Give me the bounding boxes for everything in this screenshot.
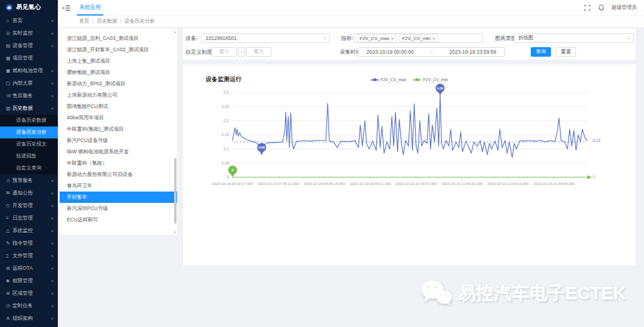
project-list-item[interactable]: 骥翀氢能_测试项目 — [60, 67, 177, 78]
scroll-up-icon[interactable]: ▴ — [174, 29, 176, 33]
legend-item[interactable]: F2V_CV_min — [413, 78, 448, 82]
sidebar-item-16[interactable]: ◈权限管理∨ — [0, 274, 58, 287]
sidebar-item-label: 区域管理 — [13, 290, 51, 297]
sidebar-item-4[interactable]: ▣燃料电池管理∨ — [0, 64, 58, 77]
project-list-item[interactable]: 上海上氢_测试项目 — [60, 55, 177, 67]
chart-canvas[interactable]: 0.30.250.20.150.10.0502023-10-19 00:00:1… — [183, 64, 636, 266]
sidebar-item-3[interactable]: ▦项目管理 — [0, 52, 58, 64]
y-axis-tick-label: 0.2 — [224, 119, 229, 123]
query-button[interactable]: 查询 — [531, 47, 551, 57]
project-list-item[interactable]: 浙江稳源_开封客车_CA02_测试项目 — [60, 44, 177, 55]
device-select[interactable]: 22129916501 ∨ — [202, 33, 330, 43]
sidebar-item-label: 设备管理 — [13, 42, 51, 50]
sidebar-subitem-7-4[interactable]: 自定义查询 — [0, 162, 58, 174]
remove-tag-icon[interactable]: × — [391, 36, 394, 41]
sidebar-item-19[interactable]: ⋔组织架构∨ — [0, 312, 58, 325]
project-list-item[interactable]: 新源动力股份有限公司旧设备 — [60, 169, 177, 180]
sidebar-item-0[interactable]: ⌂首页∨ — [0, 14, 58, 27]
sidebar-item-2[interactable]: ▤设备管理∨ — [0, 39, 58, 52]
watermark: 易控汽车电子ECTEK — [420, 279, 626, 307]
metric-tag[interactable]: F2V_CV_min× — [399, 34, 438, 42]
project-list-item[interactable]: 新源动力_BP02_测试项目 — [60, 78, 177, 90]
marker-pin-label: 0 — [232, 168, 234, 172]
project-list-item[interactable]: 浙江稳源_吉利_CA03_测试项目 — [60, 33, 177, 44]
history-data-icon: ▧ — [6, 106, 13, 111]
topbar-row: 系统应用 超级管理员 — [58, 0, 644, 16]
sidebar-item-5[interactable]: ▢内部大屏∨ — [0, 77, 58, 90]
device-select-value: 22129916501 — [206, 35, 237, 41]
system-monitor-icon: △ — [6, 228, 13, 233]
time-range-separator: ~ — [430, 49, 433, 55]
sidebar-item-7[interactable]: ▧历史数据∧ — [0, 102, 58, 115]
sidebar-item-1[interactable]: ◎实时监控∨ — [0, 27, 58, 39]
reset-button[interactable]: 重置 — [556, 47, 576, 57]
sidebar-item-label: 系统监控 — [13, 227, 51, 235]
sidebar-item-label: 开发管理 — [13, 202, 51, 209]
sidebar-subitem-7-0[interactable]: 设备历史数据 — [0, 115, 58, 127]
chart-type-select[interactable]: 折线图 ∨ — [514, 33, 634, 43]
project-list-panel: ▴ 浙江稳源_吉利_CA03_测试项目浙江稳源_开封客车_CA02_测试项目上海… — [60, 29, 177, 235]
sidebar-item-14[interactable]: ▯文件管理∨ — [0, 249, 58, 262]
project-list-item[interactable]: 40kw商用车项目 — [60, 112, 177, 124]
collapse-menu-icon[interactable] — [63, 4, 71, 12]
scale-separator: - — [238, 47, 245, 57]
metric-multiselect[interactable]: F2V_CV_max×F2V_CV_min× — [354, 33, 483, 43]
marker-pin-label: 0.08 — [259, 146, 265, 149]
sidebar-item-13[interactable]: ✎指令管理∨ — [0, 237, 58, 249]
sidebar-item-17[interactable]: ⊕区域管理∨ — [0, 287, 58, 300]
scale-min-input[interactable]: 最小 — [212, 47, 237, 57]
admin-user[interactable]: 超级管理员 — [612, 4, 637, 11]
sidebar-item-9[interactable]: ✉通知公告∨ — [0, 187, 58, 199]
project-list-item[interactable]: 新汽PCU设备升级 — [60, 135, 177, 146]
sidebar-item-15[interactable]: ⊞远程OTA∨ — [0, 262, 58, 274]
sidebar-subitem-7-3[interactable]: 轨迹回放 — [0, 150, 58, 162]
list-scrollbar[interactable] — [174, 158, 177, 224]
logo-icon — [5, 4, 13, 11]
project-list-item[interactable]: 上海新源动力有限公司 — [60, 90, 177, 101]
breadcrumb-item[interactable]: 设备历史分析 — [125, 18, 155, 25]
project-list-item[interactable]: 国鸿氢能PCU测试 — [60, 101, 177, 112]
breadcrumb-item[interactable]: 历史数据 — [97, 18, 117, 25]
remove-tag-icon[interactable]: × — [432, 36, 435, 41]
project-list-item[interactable]: 开封客车 — [60, 192, 177, 203]
notification-bell-icon[interactable] — [597, 4, 606, 12]
sidebar-item-11[interactable]: ≡日志管理∨ — [0, 212, 58, 224]
chevron-down-icon: ∨ — [51, 18, 55, 23]
scroll-down-icon[interactable]: ▾ — [174, 230, 176, 234]
project-list-item[interactable]: 中联重科(氢能)_测试项目 — [60, 124, 177, 135]
x-axis-tick-label: 2023-10-19 09:45:11.000 — [349, 181, 391, 186]
announcement-icon: ✉ — [6, 190, 13, 196]
app-root: 易见氢心 ⌂首页∨◎实时监控∨▤设备管理∨▦项目管理▣燃料电池管理∨▢内部大屏∨… — [0, 0, 644, 327]
sidebar-item-18[interactable]: ◷定时任务∨ — [0, 300, 58, 312]
alert-service-icon: ⚠ — [6, 178, 13, 183]
tab-system-apps[interactable]: 系统应用 — [77, 0, 103, 16]
y-axis-tick-label: 0 — [227, 175, 229, 179]
y-axis-tick-label: 0.1 — [224, 147, 229, 151]
realtime-monitor-icon: ◎ — [6, 30, 13, 36]
sidebar-item-12[interactable]: △系统监控∨ — [0, 224, 58, 237]
sidebar-subitem-7-2[interactable]: 设备历史报文 — [0, 138, 58, 150]
chart-panel: 设备监测运行 F2V_CV_maxF2V_CV_min 0.30.250.20.… — [183, 64, 636, 266]
sidebar-item-10[interactable]: ◇开发管理∨ — [0, 199, 58, 212]
topbar: 系统应用 超级管理员 首页/历史数据/设备历史分析 — [58, 0, 644, 27]
legend-item[interactable]: F2V_CV_max — [371, 78, 407, 82]
sidebar-item-6[interactable]: ☏售后服务∨ — [0, 90, 58, 102]
sidebar-subitem-7-1[interactable]: 设备历史分析 — [0, 127, 58, 138]
chevron-down-icon: ∨ — [51, 266, 55, 271]
fullscreen-icon[interactable] — [583, 4, 592, 12]
home-icon: ⌂ — [6, 18, 13, 23]
legend-marker — [371, 79, 379, 81]
time-range-picker[interactable]: 2023-10-19 00:00:00 ~ 2023-10-19 23:59:5… — [358, 47, 505, 57]
project-list-item[interactable]: ECU远程刷写 — [60, 214, 177, 226]
logo[interactable]: 易见氢心 — [0, 0, 58, 14]
project-list-item[interactable]: 5kW 燃料电池电源系统开发 — [60, 146, 177, 158]
sidebar-item-8[interactable]: ⚠预警服务∨ — [0, 174, 58, 187]
breadcrumb-item[interactable]: 首页 — [79, 18, 89, 25]
device-label: 设备: — [185, 35, 198, 42]
project-list-item[interactable]: 中联重科（氢能） — [60, 158, 177, 169]
metric-tag[interactable]: F2V_CV_max× — [357, 34, 397, 42]
scale-max-input[interactable]: 最大 — [246, 47, 271, 57]
project-list-item[interactable]: 新汽深圳PCU升级 — [60, 203, 177, 214]
project-list-item[interactable]: 青岛环卫车 — [60, 180, 177, 192]
sidebar-item-label: 指令管理 — [13, 240, 51, 247]
